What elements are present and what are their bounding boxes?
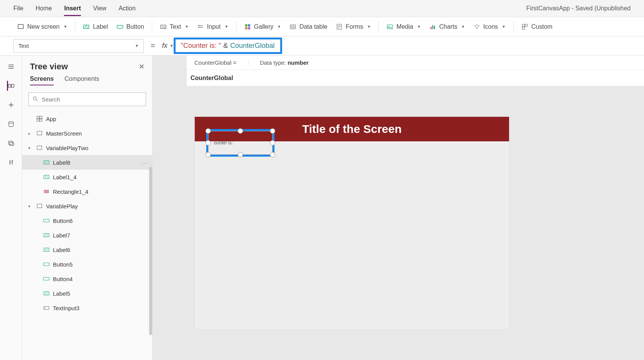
input-icon bbox=[197, 23, 204, 30]
menu-file[interactable]: File bbox=[13, 5, 23, 12]
caret-icon[interactable]: ▾ bbox=[28, 204, 33, 208]
label-control[interactable]: ounter is: bbox=[208, 131, 273, 155]
tree-item-label8[interactable]: Label8··· bbox=[22, 155, 152, 170]
formula-operator: & bbox=[223, 42, 228, 50]
fx-label[interactable]: fx ▼ bbox=[162, 42, 174, 50]
chevron-down-icon: ▼ bbox=[63, 25, 67, 29]
tree-item-label5[interactable]: Label5 bbox=[22, 286, 152, 301]
screen-icon bbox=[36, 130, 43, 137]
chevron-down-icon: ▼ bbox=[277, 25, 281, 29]
tree-item-label: Rectangle1_4 bbox=[53, 188, 89, 195]
tree-item-label: Button5 bbox=[53, 261, 73, 268]
caret-icon[interactable]: ▾ bbox=[28, 146, 33, 150]
tree-item-button5[interactable]: Button5 bbox=[22, 257, 152, 272]
button-icon bbox=[43, 261, 50, 268]
forms-dropdown[interactable]: Forms ▼ bbox=[336, 23, 371, 30]
resize-handle[interactable] bbox=[270, 140, 275, 146]
tree-item-button4[interactable]: Button4 bbox=[22, 272, 152, 286]
forms-icon bbox=[336, 23, 343, 30]
input-dropdown[interactable]: Input ▼ bbox=[197, 23, 228, 30]
tree-item-masterscreen[interactable]: ▸MasterScreen bbox=[22, 126, 152, 141]
tree-item-button6[interactable]: Button6 bbox=[22, 213, 152, 228]
label-icon bbox=[43, 232, 50, 239]
text-icon: Ab bbox=[160, 23, 167, 30]
plus-icon[interactable] bbox=[7, 101, 15, 109]
caret-icon[interactable]: ▸ bbox=[28, 131, 33, 136]
datatype-label: Data type: bbox=[260, 59, 288, 66]
resize-handle[interactable] bbox=[238, 152, 243, 157]
custom-button[interactable]: Custom bbox=[521, 23, 552, 30]
search-input[interactable] bbox=[28, 92, 146, 106]
tree-list: App▸MasterScreen▾VariablePlayTwoLabel8··… bbox=[22, 110, 152, 360]
resize-handle[interactable] bbox=[238, 128, 243, 134]
svg-point-29 bbox=[12, 161, 13, 162]
chevron-down-icon: ▼ bbox=[502, 25, 506, 29]
tree-item-label6[interactable]: Label6 bbox=[22, 242, 152, 257]
formula-input[interactable]: "Counter is: " & CounterGlobal bbox=[174, 38, 644, 54]
table-icon bbox=[289, 23, 296, 30]
text-dropdown[interactable]: Ab Text ▼ bbox=[160, 23, 189, 30]
new-screen-button[interactable]: New screen ▼ bbox=[17, 23, 67, 30]
svg-rect-20 bbox=[522, 24, 524, 26]
menu-action[interactable]: Action bbox=[118, 5, 135, 12]
more-icon[interactable]: ··· bbox=[141, 159, 148, 166]
data-icon[interactable] bbox=[7, 120, 15, 128]
charts-dropdown[interactable]: Charts ▼ bbox=[429, 23, 465, 30]
button-button[interactable]: Button bbox=[117, 23, 144, 30]
intellisense-suggestion[interactable]: CounterGlobal bbox=[187, 70, 644, 86]
tree-item-label: Label5 bbox=[53, 290, 70, 297]
selected-control-label8[interactable]: ounter is: bbox=[206, 129, 274, 157]
custom-icon bbox=[521, 23, 528, 30]
menu-view[interactable]: View bbox=[93, 5, 106, 12]
chevron-down-icon: ▼ bbox=[417, 25, 421, 29]
svg-rect-32 bbox=[40, 116, 42, 118]
icons-dropdown[interactable]: Icons ▼ bbox=[473, 23, 506, 30]
input-label: Input bbox=[207, 23, 221, 30]
text-label: Text bbox=[170, 23, 181, 30]
separator bbox=[513, 21, 514, 33]
media-dropdown[interactable]: Media ▼ bbox=[386, 23, 421, 30]
menu-home[interactable]: Home bbox=[36, 5, 52, 12]
canvas-area[interactable]: CounterGlobal = Data type: number Counte… bbox=[153, 56, 644, 360]
resize-handle[interactable] bbox=[205, 128, 211, 134]
resize-handle[interactable] bbox=[205, 152, 211, 157]
svg-rect-9 bbox=[290, 25, 296, 29]
media-rail-icon[interactable] bbox=[7, 139, 15, 147]
formula-highlight: "Counter is: " & CounterGlobal bbox=[174, 38, 282, 54]
tree-item-label: Label7 bbox=[53, 232, 70, 239]
suggestion-text: CounterGlobal bbox=[191, 75, 233, 82]
label-button[interactable]: Label bbox=[83, 23, 108, 30]
formula-bar: Text ▼ = fx ▼ "Counter is: " & CounterGl… bbox=[0, 36, 644, 56]
tools-icon[interactable] bbox=[7, 158, 15, 167]
tree-item-label: VariablePlay bbox=[46, 203, 78, 209]
tree-item-label1_4[interactable]: Label1_4 bbox=[22, 170, 152, 184]
resize-handle[interactable] bbox=[270, 152, 275, 157]
screen-icon bbox=[36, 203, 43, 209]
resize-handle[interactable] bbox=[270, 128, 275, 134]
rect-icon bbox=[43, 188, 50, 195]
svg-rect-36 bbox=[37, 146, 42, 150]
search-icon bbox=[32, 96, 38, 103]
tree-item-variableplaytwo[interactable]: ▾VariablePlayTwo bbox=[22, 141, 152, 155]
menu-bar: File Home Insert View Action FirstCanvas… bbox=[0, 0, 644, 17]
property-dropdown[interactable]: Text ▼ bbox=[13, 39, 144, 53]
label-text-content: ounter is: bbox=[214, 140, 233, 146]
svg-text:Ab: Ab bbox=[162, 25, 165, 29]
svg-rect-14 bbox=[432, 25, 433, 29]
tree-item-textinput3[interactable]: TextInput3 bbox=[22, 301, 152, 315]
svg-rect-35 bbox=[37, 131, 42, 135]
tree-item-variableplay[interactable]: ▾VariablePlay bbox=[22, 199, 152, 213]
svg-rect-13 bbox=[430, 27, 432, 29]
datatable-button[interactable]: Data table bbox=[289, 23, 327, 30]
tree-search bbox=[28, 92, 146, 106]
gallery-dropdown[interactable]: Gallery ▼ bbox=[244, 23, 281, 30]
tree-item-app[interactable]: App bbox=[22, 111, 152, 126]
separator bbox=[378, 21, 379, 33]
resize-handle[interactable] bbox=[205, 140, 211, 146]
app-icon bbox=[36, 115, 43, 122]
tree-item-label7[interactable]: Label7 bbox=[22, 228, 152, 242]
tree-item-rectangle1_4[interactable]: Rectangle1_4 bbox=[22, 184, 152, 199]
scrollbar[interactable] bbox=[149, 167, 152, 335]
menu-insert[interactable]: Insert bbox=[64, 5, 81, 16]
svg-point-18 bbox=[478, 25, 479, 26]
